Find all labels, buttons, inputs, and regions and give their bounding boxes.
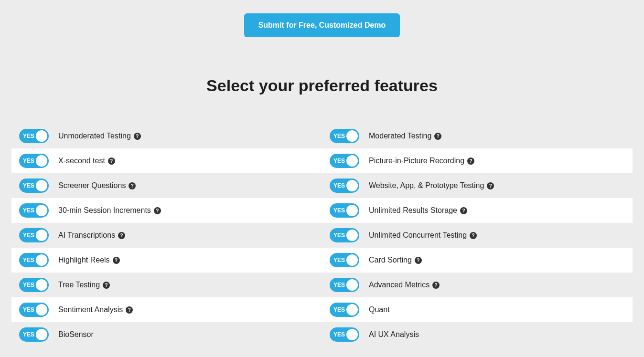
toggle-advanced-metrics[interactable]: YES xyxy=(330,278,359,292)
toggle-state-label: YES xyxy=(333,232,345,239)
toggle-moderated-testing[interactable]: YES xyxy=(330,129,359,143)
feature-label-text: Quant xyxy=(369,305,390,314)
feature-label-text: Unlimited Results Storage xyxy=(369,206,457,215)
toggle-state-label: YES xyxy=(333,133,345,139)
help-icon[interactable]: ? xyxy=(113,257,120,264)
help-icon[interactable]: ? xyxy=(470,232,477,239)
toggle-state-label: YES xyxy=(23,257,34,263)
feature-row: YESSentiment Analysis?YESQuant xyxy=(11,297,633,322)
feature-label: Tree Testing? xyxy=(58,281,110,289)
toggle-knob xyxy=(346,180,358,191)
toggle-state-label: YES xyxy=(333,158,345,164)
feature-cell-advanced-metrics: YESAdvanced Metrics? xyxy=(322,278,633,292)
toggle-state-label: YES xyxy=(23,282,34,288)
toggle-state-label: YES xyxy=(333,207,345,214)
toggle-knob xyxy=(36,279,47,291)
toggle-x-second-test[interactable]: YES xyxy=(19,154,49,168)
toggle-knob xyxy=(36,155,47,167)
feature-label: BioSensor xyxy=(58,330,94,339)
feature-label: 30-min Session Increments? xyxy=(58,206,161,215)
help-icon[interactable]: ? xyxy=(415,257,422,264)
feature-label-text: Unlimited Concurrent Testing xyxy=(369,231,467,240)
toggle-knob xyxy=(36,329,47,340)
help-icon[interactable]: ? xyxy=(467,158,474,165)
toggle-knob xyxy=(36,205,47,216)
feature-label-text: Advanced Metrics xyxy=(369,281,429,289)
page-heading: Select your preferred features xyxy=(0,76,644,95)
feature-row: YESBioSensorYESAI UX Analysis xyxy=(11,322,633,347)
toggle-state-label: YES xyxy=(23,331,34,338)
toggle-knob xyxy=(36,254,47,266)
feature-cell-ai-ux-analysis: YESAI UX Analysis xyxy=(322,327,633,342)
feature-cell-picture-in-picture-recording: YESPicture-in-Picture Recording? xyxy=(322,154,633,168)
toggle-ai-ux-analysis[interactable]: YES xyxy=(330,327,359,342)
toggle-knob xyxy=(346,205,358,216)
toggle-tree-testing[interactable]: YES xyxy=(19,278,49,292)
toggle-unmoderated-testing[interactable]: YES xyxy=(19,129,49,143)
toggle-knob xyxy=(36,180,47,191)
feature-label-text: Sentiment Analysis xyxy=(58,305,123,314)
toggle-knob xyxy=(346,254,358,266)
feature-label: X-second test? xyxy=(58,157,115,165)
help-icon[interactable]: ? xyxy=(103,282,110,289)
help-icon[interactable]: ? xyxy=(460,207,467,214)
help-icon[interactable]: ? xyxy=(154,207,161,214)
feature-label: Sentiment Analysis? xyxy=(58,305,133,314)
feature-cell-tree-testing: YESTree Testing? xyxy=(11,278,322,292)
help-icon[interactable]: ? xyxy=(108,158,115,165)
feature-row: YESTree Testing?YESAdvanced Metrics? xyxy=(11,273,633,297)
toggle-state-label: YES xyxy=(333,182,345,189)
feature-label: Highlight Reels? xyxy=(58,256,120,264)
toggle-ai-transcriptions[interactable]: YES xyxy=(19,228,49,242)
feature-cell-highlight-reels: YESHighlight Reels? xyxy=(11,253,322,267)
toggle-picture-in-picture-recording[interactable]: YES xyxy=(330,154,359,168)
toggle-state-label: YES xyxy=(23,232,34,239)
toggle-knob xyxy=(346,230,358,241)
help-icon[interactable]: ? xyxy=(487,182,494,189)
feature-label: Picture-in-Picture Recording? xyxy=(369,157,474,165)
toggle-highlight-reels[interactable]: YES xyxy=(19,253,49,267)
feature-label-text: BioSensor xyxy=(58,330,94,339)
feature-label: Unlimited Results Storage? xyxy=(369,206,467,215)
help-icon[interactable]: ? xyxy=(118,232,125,239)
toggle-screener-questions[interactable]: YES xyxy=(19,178,49,193)
toggle-knob xyxy=(346,329,358,340)
submit-demo-button[interactable]: Submit for Free, Customized Demo xyxy=(244,13,400,37)
feature-cell-unlimited-results-storage: YESUnlimited Results Storage? xyxy=(322,203,633,218)
toggle-knob xyxy=(36,230,47,241)
toggle-knob xyxy=(346,304,358,315)
toggle-card-sorting[interactable]: YES xyxy=(330,253,359,267)
feature-cell-unlimited-concurrent-testing: YESUnlimited Concurrent Testing? xyxy=(322,228,633,242)
feature-label: Unmoderated Testing? xyxy=(58,132,141,140)
toggle-website-app-prototype-testing[interactable]: YES xyxy=(330,178,359,193)
toggle-unlimited-results-storage[interactable]: YES xyxy=(330,203,359,218)
feature-row: YESX-second test?YESPicture-in-Picture R… xyxy=(11,148,633,173)
toggle-sentiment-analysis[interactable]: YES xyxy=(19,303,49,317)
feature-label-text: Tree Testing xyxy=(58,281,100,289)
feature-cell-ai-transcriptions: YESAI Transcriptions? xyxy=(11,228,322,242)
feature-row: YESHighlight Reels?YESCard Sorting? xyxy=(11,248,633,273)
toggle-state-label: YES xyxy=(333,257,345,263)
feature-label: Quant xyxy=(369,305,390,314)
help-icon[interactable]: ? xyxy=(134,133,141,140)
toggle-unlimited-concurrent-testing[interactable]: YES xyxy=(330,228,359,242)
toggle-knob xyxy=(346,130,358,142)
toggle-quant[interactable]: YES xyxy=(330,303,359,317)
feature-cell-biosensor: YESBioSensor xyxy=(11,327,322,342)
toggle-biosensor[interactable]: YES xyxy=(19,327,49,342)
feature-label-text: Picture-in-Picture Recording xyxy=(369,157,464,165)
feature-label-text: Moderated Testing xyxy=(369,132,431,140)
toggle-state-label: YES xyxy=(333,306,345,313)
toggle-state-label: YES xyxy=(23,182,34,189)
help-icon[interactable]: ? xyxy=(126,306,133,314)
feature-label: Screener Questions? xyxy=(58,181,136,190)
help-icon[interactable]: ? xyxy=(434,133,441,140)
feature-cell-quant: YESQuant xyxy=(322,303,633,317)
help-icon[interactable]: ? xyxy=(432,282,440,289)
toggle-30-min-session-increments[interactable]: YES xyxy=(19,203,49,218)
feature-label: Card Sorting? xyxy=(369,256,422,264)
toggle-knob xyxy=(346,155,358,167)
feature-cell-30-min-session-increments: YES30-min Session Increments? xyxy=(11,203,322,218)
toggle-state-label: YES xyxy=(23,158,34,164)
help-icon[interactable]: ? xyxy=(129,182,136,189)
